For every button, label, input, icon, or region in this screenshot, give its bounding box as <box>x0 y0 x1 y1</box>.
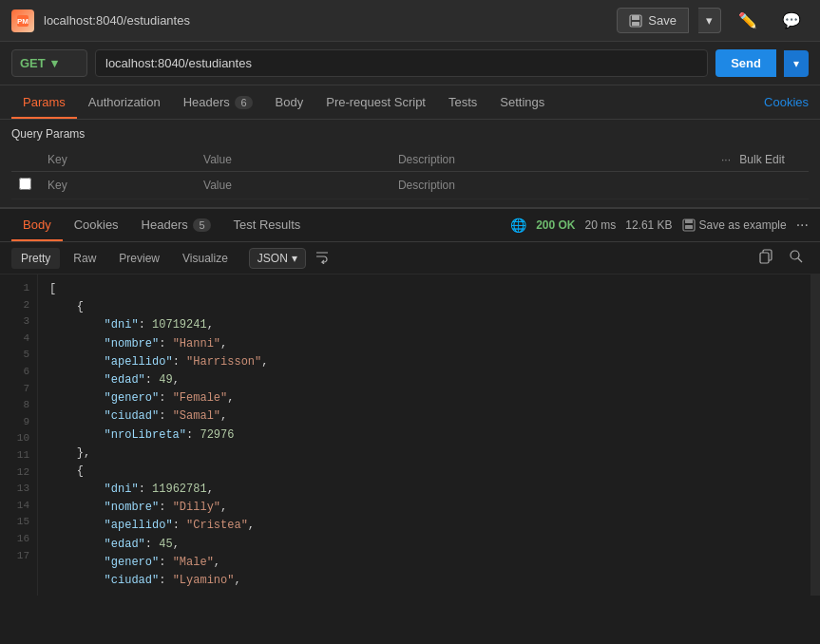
key-cell[interactable]: Key <box>40 172 196 199</box>
code-line: "nroLibreta": 72976 <box>49 426 799 445</box>
format-tab-pretty[interactable]: Pretty <box>11 248 60 269</box>
tab-params[interactable]: Params <box>11 87 77 119</box>
tab-body[interactable]: Body <box>264 87 315 119</box>
line-number: 1 <box>0 280 37 297</box>
svg-rect-3 <box>632 15 639 20</box>
response-tab-headers[interactable]: Headers 5 <box>130 210 222 241</box>
code-line: "ciudad": "Lyamino", <box>49 572 799 590</box>
line-number: 5 <box>0 347 37 364</box>
top-bar: PM localhost:8040/estudiantes Save ▾ ✏️ … <box>0 0 820 42</box>
save-as-example-button[interactable]: Save as example <box>682 218 787 232</box>
response-tab-cookies[interactable]: Cookies <box>63 210 130 241</box>
code-line: "edad": 45, <box>49 536 799 554</box>
save-example-icon <box>682 218 696 232</box>
key-col-header: Key <box>40 148 196 172</box>
code-line: "edad": 49, <box>49 371 799 389</box>
code-line: "nombre": "Hanni", <box>49 335 799 353</box>
row-actions <box>714 172 809 199</box>
request-tab-bar: Params Authorization Headers 6 Body Pre-… <box>0 85 820 120</box>
line-number: 8 <box>0 397 37 414</box>
desc-col-header: Description <box>391 148 714 172</box>
line-number: 10 <box>0 430 37 447</box>
response-tab-body[interactable]: Body <box>11 210 63 241</box>
line-number: 9 <box>0 414 37 431</box>
line-number: 6 <box>0 364 37 381</box>
svg-rect-6 <box>685 219 693 223</box>
code-line: "apellido": "Harrisson", <box>49 353 799 371</box>
more-icon: ··· <box>721 153 731 166</box>
line-numbers: 1234567891011121314151617 <box>0 275 38 596</box>
format-type-select[interactable]: JSON ▾ <box>249 248 306 269</box>
code-line: "ciudad": "Samal", <box>49 407 799 426</box>
tab-prerequest[interactable]: Pre-request Script <box>315 87 437 119</box>
line-number: 4 <box>0 331 37 348</box>
format-bar: Pretty Raw Preview Visualize JSON ▾ <box>0 242 820 275</box>
bulk-edit-col-header: ··· Bulk Edit <box>714 148 809 172</box>
code-line: "dni": 11962781, <box>49 481 799 499</box>
status-badge: 200 OK <box>536 218 575 232</box>
format-tab-visualize[interactable]: Visualize <box>173 248 238 269</box>
line-number: 3 <box>0 313 37 331</box>
value-cell[interactable]: Value <box>196 172 391 199</box>
format-right-actions <box>753 247 809 269</box>
tab-authorization[interactable]: Authorization <box>77 87 172 119</box>
request-bar: GET ▾ Send ▾ <box>0 42 820 85</box>
svg-rect-7 <box>685 225 693 229</box>
wrap-icon <box>315 249 330 264</box>
desc-cell[interactable]: Description <box>391 172 714 199</box>
response-size: 12.61 KB <box>625 218 672 232</box>
save-dropdown-button[interactable]: ▾ <box>698 8 721 33</box>
send-dropdown-button[interactable]: ▾ <box>784 50 809 77</box>
line-number: 14 <box>0 498 37 515</box>
copy-icon-button[interactable] <box>753 247 778 269</box>
tab-cookies-right[interactable]: Cookies <box>764 95 809 109</box>
code-line: "genero": "Male", <box>49 554 799 572</box>
headers-badge: 6 <box>235 96 252 109</box>
edit-icon-button[interactable]: ✏️ <box>731 7 765 34</box>
format-tab-preview[interactable]: Preview <box>109 248 169 269</box>
line-number: 15 <box>0 514 37 531</box>
search-icon <box>789 249 804 264</box>
comment-icon-button[interactable]: 💬 <box>774 7 809 34</box>
code-line: "nombre": "Dilly", <box>49 499 799 517</box>
scrollbar[interactable] <box>810 275 820 596</box>
dropdown-arrow: ▾ <box>706 13 713 28</box>
params-table: Key Value Description ··· Bulk Edit Key … <box>11 148 809 199</box>
response-more-button[interactable]: ··· <box>796 217 809 234</box>
code-content: [ { "dni": 10719241, "nombre": "Hanni", … <box>38 275 810 596</box>
bulk-edit-label[interactable]: Bulk Edit <box>739 153 784 166</box>
table-row: Key Value Description <box>11 172 809 199</box>
format-tab-raw[interactable]: Raw <box>64 248 105 269</box>
wrap-icon-button[interactable] <box>310 247 334 269</box>
response-tab-test-results[interactable]: Test Results <box>222 210 313 241</box>
tab-settings[interactable]: Settings <box>488 87 556 119</box>
row-checkbox[interactable] <box>11 172 40 199</box>
tab-headers[interactable]: Headers 6 <box>172 87 264 119</box>
response-meta: 🌐 200 OK 20 ms 12.61 KB Save as example … <box>510 217 809 234</box>
method-select[interactable]: GET ▾ <box>11 49 87 77</box>
code-line: }, <box>49 445 799 463</box>
svg-rect-9 <box>760 253 769 263</box>
app-icon: PM <box>11 9 34 32</box>
response-time: 20 ms <box>585 218 617 232</box>
line-number: 11 <box>0 447 37 464</box>
line-number: 13 <box>0 481 37 498</box>
top-url: localhost:8040/estudiantes <box>44 13 190 28</box>
value-col-header: Value <box>196 148 391 172</box>
url-input[interactable] <box>95 49 708 77</box>
save-label: Save <box>648 13 677 28</box>
method-label: GET <box>20 56 46 70</box>
checkbox[interactable] <box>19 178 31 190</box>
line-number: 7 <box>0 381 37 398</box>
send-button[interactable]: Send <box>715 49 776 77</box>
line-number: 2 <box>0 297 37 314</box>
search-icon-button[interactable] <box>784 247 809 269</box>
code-line: [ <box>49 280 799 298</box>
save-example-label: Save as example <box>699 218 787 232</box>
save-button[interactable]: Save <box>617 8 689 33</box>
copy-icon <box>758 249 773 264</box>
response-tab-bar: Body Cookies Headers 5 Test Results 🌐 20… <box>0 208 820 242</box>
code-line: "genero": "Female", <box>49 389 799 407</box>
code-line: "dni": 10719241, <box>49 316 799 334</box>
tab-tests[interactable]: Tests <box>437 87 488 119</box>
